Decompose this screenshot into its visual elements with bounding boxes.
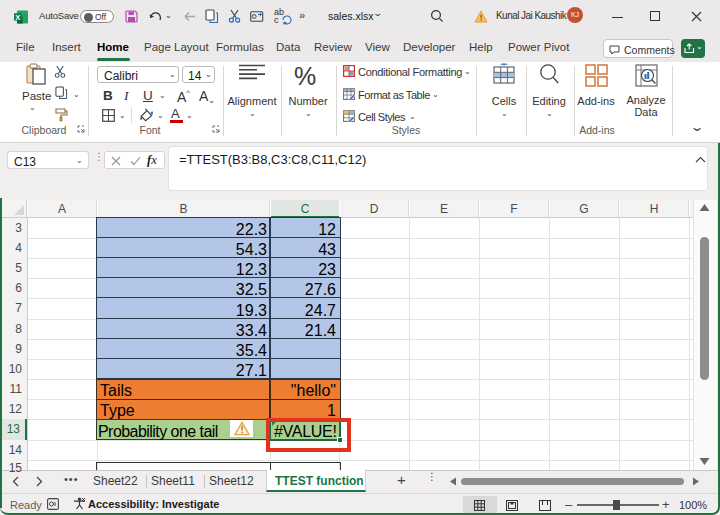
svg-text:X: X bbox=[15, 13, 20, 22]
